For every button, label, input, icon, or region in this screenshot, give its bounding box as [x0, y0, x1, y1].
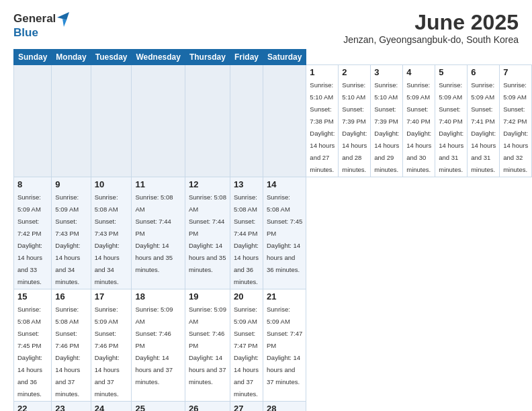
- table-row: 10 Sunrise: 5:08 AMSunset: 7:43 PMDaylig…: [91, 177, 132, 289]
- table-row: 17 Sunrise: 5:09 AMSunset: 7:46 PMDaylig…: [91, 289, 132, 402]
- table-row: 3 Sunrise: 5:10 AMSunset: 7:39 PMDayligh…: [371, 65, 403, 177]
- table-row: 19 Sunrise: 5:09 AMSunset: 7:46 PMDaylig…: [185, 289, 230, 402]
- table-row: 26 Sunrise: 5:11 AMSunset: 7:48 PMDaylig…: [185, 402, 230, 411]
- day-info: Sunrise: 5:09 AMSunset: 7:46 PMDaylight:…: [189, 306, 226, 385]
- table-row: [263, 65, 306, 177]
- day-info: Sunrise: 5:09 AMSunset: 7:41 PMDaylight:…: [471, 81, 496, 173]
- table-row: 9 Sunrise: 5:09 AMSunset: 7:43 PMDayligh…: [52, 177, 91, 289]
- day-info: Sunrise: 5:08 AMSunset: 7:44 PMDaylight:…: [189, 193, 226, 273]
- col-friday: Friday: [230, 50, 263, 65]
- day-info: Sunrise: 5:08 AMSunset: 7:44 PMDaylight:…: [135, 193, 173, 273]
- col-tuesday: Tuesday: [91, 50, 132, 65]
- table-row: 16 Sunrise: 5:08 AMSunset: 7:46 PMDaylig…: [52, 289, 91, 402]
- col-monday: Monday: [52, 50, 91, 65]
- col-sunday: Sunday: [14, 50, 52, 65]
- table-row: [230, 65, 263, 177]
- table-row: [14, 65, 52, 177]
- day-number: 3: [374, 67, 399, 77]
- month-title: June 2025: [343, 11, 519, 34]
- day-number: 18: [135, 291, 181, 302]
- col-wednesday: Wednesday: [132, 50, 185, 65]
- day-number: 12: [189, 179, 226, 189]
- day-info: Sunrise: 5:09 AMSunset: 7:46 PMDaylight:…: [135, 306, 173, 385]
- calendar-week-row: 8 Sunrise: 5:09 AMSunset: 7:42 PMDayligh…: [14, 177, 532, 289]
- table-row: 2 Sunrise: 5:10 AMSunset: 7:39 PMDayligh…: [339, 65, 371, 177]
- table-row: 22 Sunrise: 5:09 AMSunset: 7:47 PMDaylig…: [14, 402, 52, 411]
- day-info: Sunrise: 5:10 AMSunset: 7:39 PMDaylight:…: [342, 81, 367, 173]
- calendar-week-row: 22 Sunrise: 5:09 AMSunset: 7:47 PMDaylig…: [14, 402, 532, 411]
- day-number: 28: [267, 404, 302, 411]
- table-row: 7 Sunrise: 5:09 AMSunset: 7:42 PMDayligh…: [500, 65, 532, 177]
- day-number: 8: [17, 179, 48, 189]
- day-number: 27: [234, 404, 259, 411]
- day-number: 19: [189, 291, 226, 302]
- day-number: 11: [135, 179, 181, 189]
- table-row: 1 Sunrise: 5:10 AMSunset: 7:38 PMDayligh…: [306, 65, 339, 177]
- table-row: 21 Sunrise: 5:09 AMSunset: 7:47 PMDaylig…: [263, 289, 306, 402]
- day-info: Sunrise: 5:09 AMSunset: 7:43 PMDaylight:…: [55, 193, 80, 285]
- day-number: 10: [95, 179, 128, 189]
- day-info: Sunrise: 5:08 AMSunset: 7:43 PMDaylight:…: [95, 193, 120, 285]
- table-row: 27 Sunrise: 5:11 AMSunset: 7:48 PMDaylig…: [230, 402, 263, 411]
- table-row: 24 Sunrise: 5:10 AMSunset: 7:47 PMDaylig…: [91, 402, 132, 411]
- page: General Blue June 2025 Jenzan, Gyeongsan…: [0, 0, 532, 411]
- header: General Blue June 2025 Jenzan, Gyeongsan…: [13, 11, 519, 45]
- day-info: Sunrise: 5:08 AMSunset: 7:45 PMDaylight:…: [17, 306, 42, 398]
- table-row: 8 Sunrise: 5:09 AMSunset: 7:42 PMDayligh…: [14, 177, 52, 289]
- col-saturday: Saturday: [263, 50, 306, 65]
- table-row: 6 Sunrise: 5:09 AMSunset: 7:41 PMDayligh…: [468, 65, 500, 177]
- table-row: 13 Sunrise: 5:08 AMSunset: 7:44 PMDaylig…: [230, 177, 263, 289]
- day-number: 23: [55, 404, 87, 411]
- day-number: 22: [17, 404, 48, 411]
- svg-marker-1: [62, 19, 66, 27]
- calendar-week-row: 15 Sunrise: 5:08 AMSunset: 7:45 PMDaylig…: [14, 289, 532, 402]
- day-info: Sunrise: 5:09 AMSunset: 7:42 PMDaylight:…: [17, 193, 42, 285]
- calendar-week-row: 1 Sunrise: 5:10 AMSunset: 7:38 PMDayligh…: [14, 65, 532, 177]
- day-number: 14: [267, 179, 302, 189]
- table-row: 23 Sunrise: 5:10 AMSunset: 7:47 PMDaylig…: [52, 402, 91, 411]
- day-info: Sunrise: 5:09 AMSunset: 7:40 PMDaylight:…: [406, 81, 431, 173]
- day-number: 26: [189, 404, 226, 411]
- location-text: Jenzan, Gyeongsangbuk-do, South Korea: [343, 34, 519, 45]
- logo-general-text: General: [13, 13, 56, 26]
- day-number: 1: [310, 67, 335, 77]
- table-row: 15 Sunrise: 5:08 AMSunset: 7:45 PMDaylig…: [14, 289, 52, 402]
- day-number: 21: [267, 291, 302, 302]
- logo-bird-icon: [57, 12, 69, 27]
- day-info: Sunrise: 5:08 AMSunset: 7:45 PMDaylight:…: [267, 193, 302, 273]
- table-row: 11 Sunrise: 5:08 AMSunset: 7:44 PMDaylig…: [132, 177, 185, 289]
- svg-marker-0: [57, 12, 69, 20]
- day-number: 7: [503, 67, 528, 77]
- calendar-header-row: Sunday Monday Tuesday Wednesday Thursday…: [14, 50, 532, 65]
- day-info: Sunrise: 5:09 AMSunset: 7:47 PMDaylight:…: [267, 306, 302, 385]
- day-info: Sunrise: 5:09 AMSunset: 7:42 PMDaylight:…: [503, 81, 528, 173]
- day-number: 16: [55, 291, 87, 302]
- title-block: June 2025 Jenzan, Gyeongsangbuk-do, Sout…: [343, 11, 519, 45]
- table-row: 18 Sunrise: 5:09 AMSunset: 7:46 PMDaylig…: [132, 289, 185, 402]
- table-row: [52, 65, 91, 177]
- day-info: Sunrise: 5:09 AMSunset: 7:46 PMDaylight:…: [95, 306, 120, 398]
- day-info: Sunrise: 5:08 AMSunset: 7:46 PMDaylight:…: [55, 306, 80, 398]
- col-thursday: Thursday: [185, 50, 230, 65]
- table-row: 14 Sunrise: 5:08 AMSunset: 7:45 PMDaylig…: [263, 177, 306, 289]
- day-number: 25: [135, 404, 181, 411]
- table-row: [132, 65, 185, 177]
- table-row: 25 Sunrise: 5:10 AMSunset: 7:48 PMDaylig…: [132, 402, 185, 411]
- day-info: Sunrise: 5:09 AMSunset: 7:40 PMDaylight:…: [439, 81, 463, 173]
- logo-blue-text: Blue: [13, 27, 69, 40]
- logo: General Blue: [13, 11, 69, 40]
- day-number: 9: [55, 179, 87, 189]
- calendar-table: Sunday Monday Tuesday Wednesday Thursday…: [13, 49, 532, 411]
- day-number: 24: [95, 404, 128, 411]
- day-number: 13: [234, 179, 259, 189]
- day-number: 20: [234, 291, 259, 302]
- day-number: 15: [17, 291, 48, 302]
- day-number: 4: [406, 67, 431, 77]
- table-row: [185, 65, 230, 177]
- day-number: 2: [342, 67, 367, 77]
- table-row: 28 Sunrise: 5:11 AMSunset: 7:48 PMDaylig…: [263, 402, 306, 411]
- logo-text: General Blue: [13, 11, 69, 40]
- day-info: Sunrise: 5:09 AMSunset: 7:47 PMDaylight:…: [234, 306, 259, 398]
- day-info: Sunrise: 5:10 AMSunset: 7:39 PMDaylight:…: [374, 81, 399, 173]
- table-row: 4 Sunrise: 5:09 AMSunset: 7:40 PMDayligh…: [403, 65, 435, 177]
